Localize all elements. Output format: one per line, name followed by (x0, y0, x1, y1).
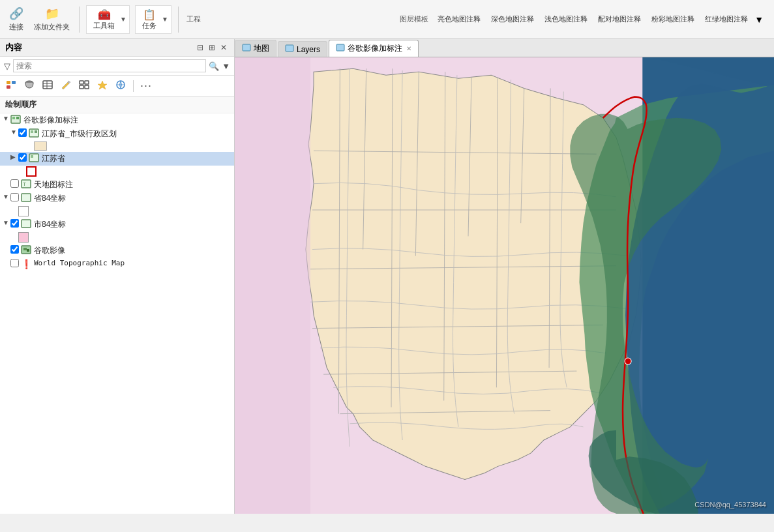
template-scroll-btn[interactable]: ▼ (754, 14, 764, 25)
icon-toolbar-row: ··· (0, 76, 234, 96)
svg-rect-10 (80, 85, 83, 89)
svg-rect-26 (22, 220, 31, 228)
svg-rect-55 (235, 57, 310, 514)
checkbox-tianditu[interactable] (10, 179, 19, 188)
list-view-btn[interactable] (4, 79, 18, 93)
layer-jiangsu-province[interactable]: ▶ 江苏省 (0, 152, 234, 166)
expand-city84[interactable]: ▼ (3, 219, 9, 226)
template-pastel-btn[interactable]: 粉彩地图注释 (647, 14, 698, 25)
layer-jiangsu-admin-label: 江苏省_市级行政区划 (42, 128, 117, 140)
more-btn[interactable]: ··· (139, 78, 153, 93)
layer-jiangsu-admin[interactable]: ▼ 江苏省_市级行政区划 (0, 127, 234, 141)
left-panel: 内容 ⊟ ⊞ ✕ ▽ 🔍 ▼ (0, 39, 235, 514)
main-layout: 内容 ⊟ ⊞ ✕ ▽ 🔍 ▼ (0, 39, 774, 514)
layer-google-annotation[interactable]: ▼ 谷歌影像加标注 (0, 113, 234, 127)
search-go-btn[interactable]: 🔍 (209, 61, 219, 71)
search-input[interactable] (13, 59, 206, 72)
layer-tianditu[interactable]: ▶ T 天地图标注 (0, 178, 234, 192)
layer-google-annotation-label: 谷歌影像加标注 (23, 115, 78, 126)
toolbar: 🔗 连接 📁 冻加文件夹 🧰 工具箱 ▼ 📋 任务 ▼ 工程 图层模板 (0, 0, 774, 39)
layer-list: ▼ 谷歌影像加标注 ▼ 江苏省_市级行政区划 ▶ (0, 113, 234, 514)
tab-layers-icon (285, 44, 294, 54)
tab-layers[interactable]: Layers (278, 41, 327, 57)
svg-rect-8 (80, 81, 83, 84)
star-btn[interactable] (95, 79, 110, 93)
expand-jiangsu-admin[interactable]: ▼ (10, 128, 17, 136)
add-file-btn[interactable]: 📁 冻加文件夹 (30, 5, 74, 33)
dock-btn[interactable]: ⊞ (207, 42, 217, 53)
search-bar: ▽ 🔍 ▼ (0, 57, 234, 76)
prov84-swatch (18, 206, 29, 216)
database-btn[interactable] (22, 79, 37, 93)
tab-google-icon (336, 44, 345, 53)
layer-city84[interactable]: ▼ 市84坐标 (0, 218, 234, 231)
panel-title: 内容 (5, 42, 22, 53)
template-pair-btn[interactable]: 配对地图注释 (594, 14, 645, 25)
city84-swatch (18, 232, 29, 243)
draw-order-label: 绘制顺序 (0, 96, 234, 113)
expand-jiangsu-province[interactable]: ▶ (10, 153, 17, 160)
tab-map[interactable]: 地图 (235, 40, 276, 57)
svg-rect-4 (43, 81, 52, 89)
search-dropdown-btn[interactable]: ▼ (222, 61, 230, 71)
template-light-btn[interactable]: 浅色地图注释 (541, 14, 591, 25)
table-btn[interactable] (40, 79, 55, 93)
svg-rect-2 (7, 85, 10, 89)
task-label: 任务 (142, 21, 156, 31)
svg-rect-25 (22, 194, 31, 201)
toolbar-group-task: 📋 任务 ▼ (135, 5, 171, 34)
checkbox-prov84[interactable] (10, 193, 19, 201)
panel-header: 内容 ⊟ ⊞ ✕ (0, 39, 234, 57)
layer-world-topo-label: World Topographic Map (34, 259, 125, 267)
pencil-btn[interactable] (59, 79, 73, 93)
svg-rect-16 (12, 117, 15, 119)
checkbox-jiangsu-admin[interactable] (18, 128, 27, 137)
panel-header-buttons: ⊟ ⊞ ✕ (195, 42, 229, 53)
svg-rect-22 (31, 155, 33, 158)
task-btn[interactable]: 📋 任务 (138, 7, 160, 32)
error-icon-world-topo: ❗ (21, 259, 32, 269)
icon-separator (133, 80, 134, 92)
grid-btn[interactable] (77, 79, 91, 93)
layer-jiangsu-province-label: 江苏省 (42, 153, 65, 164)
toolbox-label: 工具箱 (93, 21, 115, 31)
filter-btn[interactable]: ▽ (4, 61, 10, 71)
close-panel-btn[interactable]: ✕ (218, 42, 229, 53)
map-area: CSDN@qq_45373844 (235, 57, 774, 514)
svg-text:T: T (23, 181, 26, 187)
toolbox-btn[interactable]: 🧰 工具箱 (89, 7, 119, 32)
tabs-bar: 地图 Layers 谷歌影像加标注 ✕ (235, 39, 774, 57)
expand-google-annotation[interactable]: ▼ (3, 115, 9, 122)
toolbar-divider-2 (178, 7, 179, 33)
pin-btn[interactable]: ⊟ (195, 42, 205, 53)
checkbox-world-topo[interactable] (10, 259, 19, 267)
right-area: 地图 Layers 谷歌影像加标注 ✕ (235, 39, 774, 514)
tab-google-close[interactable]: ✕ (406, 45, 411, 52)
svg-rect-30 (243, 44, 250, 51)
layer-google-image-label: 谷歌影像 (34, 245, 65, 256)
tab-google[interactable]: 谷歌影像加标注 ✕ (329, 40, 419, 57)
layer-city84-label: 市84坐标 (34, 219, 66, 230)
jiangsu-admin-swatch (34, 141, 47, 151)
checkbox-google-image[interactable] (10, 245, 19, 254)
layer-world-topo[interactable]: ▶ ❗ World Topographic Map (0, 258, 234, 271)
svg-rect-28 (23, 248, 27, 250)
layer-tianditu-label: 天地图标注 (34, 179, 73, 190)
new-connection-btn[interactable]: 🔗 连接 (5, 5, 27, 33)
svg-rect-17 (16, 117, 19, 119)
template-rg-btn[interactable]: 红绿地图注释 (701, 14, 752, 25)
layer-prov84-label: 省84坐标 (34, 193, 66, 204)
expand-prov84[interactable]: ▼ (3, 193, 9, 200)
layer-google-image[interactable]: ▶ 谷歌影像 (0, 244, 234, 258)
tab-map-icon (242, 44, 251, 53)
layer-prov84[interactable]: ▼ 省84坐标 (0, 192, 234, 205)
template-bright-btn[interactable]: 亮色地图注释 (434, 14, 484, 25)
template-dark-btn[interactable]: 深色地图注释 (487, 14, 538, 25)
jiangsu-province-swatch (26, 166, 37, 177)
svg-rect-19 (31, 130, 33, 133)
checkbox-jiangsu-province[interactable] (18, 153, 27, 162)
tab-google-label: 谷歌影像加标注 (348, 43, 402, 54)
toolbar-group-toolbox: 🧰 工具箱 ▼ (86, 5, 130, 34)
checkbox-city84[interactable] (10, 219, 19, 228)
geo-btn[interactable] (113, 79, 128, 93)
